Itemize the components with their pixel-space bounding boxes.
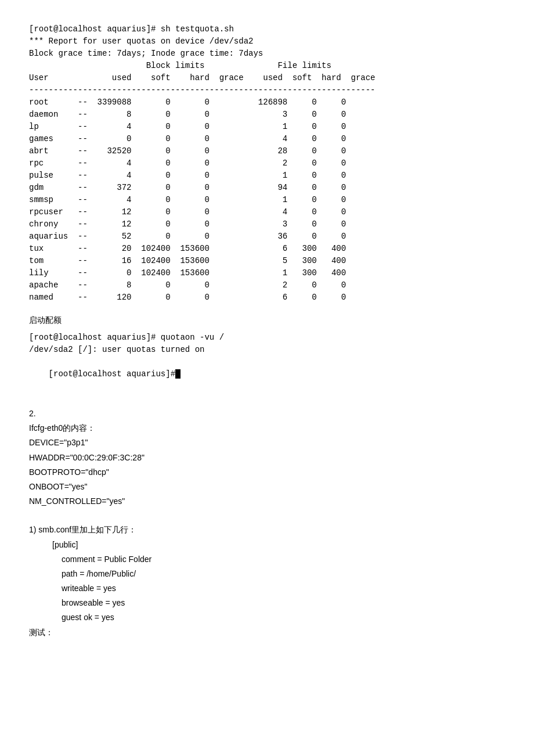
terminal-cursor <box>175 369 181 379</box>
table-row: tom -- 16 102400 153600 5 300 400 <box>29 255 505 267</box>
terminal-divider: ----------------------------------------… <box>29 84 505 96</box>
table-row: aquarius -- 52 0 0 36 0 0 <box>29 231 505 243</box>
section3-heading: 1) smb.conf里加上如下几行： <box>29 523 505 537</box>
table-row: rpc -- 4 0 0 2 0 0 <box>29 157 505 170</box>
section3-config: [public] comment = Public Folder path = … <box>29 538 505 625</box>
terminal-command2-line3: [root@localhost aquarius]# <box>29 356 505 393</box>
table-row: chrony -- 12 0 0 3 0 0 <box>29 218 505 231</box>
table-row: daemon -- 8 0 0 3 0 0 <box>29 109 505 121</box>
terminal-command1: [root@localhost aquarius]# sh testquota.… <box>29 23 505 35</box>
list-item: comment = Public Folder <box>29 552 505 567</box>
table-row: tux -- 20 102400 153600 6 300 400 <box>29 243 505 255</box>
terminal-table: root -- 3399088 0 0 126898 0 0daemon -- … <box>29 96 505 304</box>
table-row: pulse -- 4 0 0 1 0 0 <box>29 170 505 182</box>
list-item: NM_CONTROLLED="yes" <box>29 494 505 509</box>
terminal-command2-line1: [root@localhost aquarius]# quotaon -vu / <box>29 332 505 344</box>
table-row: lily -- 0 102400 153600 1 300 400 <box>29 267 505 279</box>
table-row: abrt -- 32520 0 0 28 0 0 <box>29 145 505 157</box>
list-item: [public] <box>29 538 505 552</box>
section2-ifcfg-label: Ifcfg-eth0的内容： <box>29 421 505 435</box>
section2-ifcfg-lines: DEVICE="p3p1"HWADDR="00:0C:29:0F:3C:28"B… <box>29 435 505 509</box>
list-item: HWADDR="00:0C:29:0F:3C:28" <box>29 451 505 465</box>
table-row: apache -- 8 0 0 2 0 0 <box>29 279 505 291</box>
table-row: root -- 3399088 0 0 126898 0 0 <box>29 96 505 109</box>
table-row: rpcuser -- 12 0 0 4 0 0 <box>29 206 505 218</box>
table-row: games -- 0 0 0 4 0 0 <box>29 133 505 145</box>
list-item: path = /home/Public/ <box>29 567 505 581</box>
section3-footer: 测试： <box>29 625 505 640</box>
terminal-report-line1: *** Report for user quotas on device /de… <box>29 35 505 48</box>
quota-section-label: 启动配额 <box>29 315 505 326</box>
list-item: ONBOOT="yes" <box>29 480 505 494</box>
table-row: named -- 120 0 0 6 0 0 <box>29 291 505 304</box>
table-row: lp -- 4 0 0 1 0 0 <box>29 121 505 133</box>
terminal-header-block: Block limits File limits <box>29 60 505 72</box>
list-item: guest ok = yes <box>29 610 505 625</box>
list-item: DEVICE="p3p1" <box>29 435 505 450</box>
terminal-header-cols: User used soft hard grace used soft hard… <box>29 72 505 84</box>
table-row: gdm -- 372 0 0 94 0 0 <box>29 182 505 194</box>
section2-heading: 2. <box>29 406 505 421</box>
table-row: smmsp -- 4 0 0 1 0 0 <box>29 194 505 206</box>
list-item: writeable = yes <box>29 581 505 596</box>
list-item: BOOTPROTO="dhcp" <box>29 465 505 480</box>
list-item: browseable = yes <box>29 596 505 610</box>
terminal-command2-line2: /dev/sda2 [/]: user quotas turned on <box>29 344 505 356</box>
terminal-report-line2: Block grace time: 7days; Inode grace tim… <box>29 48 505 60</box>
